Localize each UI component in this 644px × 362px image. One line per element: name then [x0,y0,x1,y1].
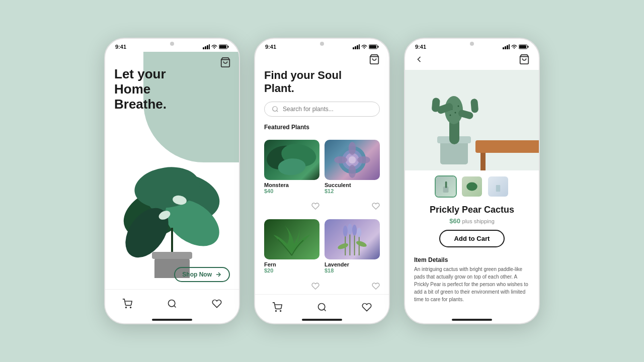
plant-card-lavender: Lavender $18 [325,219,380,294]
phone2-status-bar: 9:41 [255,39,389,52]
svg-rect-5 [228,46,229,48]
monstera-image [264,140,319,180]
phone1-status-bar: 9:41 [105,39,239,52]
svg-point-53 [355,240,367,248]
svg-rect-66 [405,70,539,170]
svg-rect-85 [496,185,500,192]
phone1-bottom-nav [105,289,239,323]
lavender-price: $18 [325,267,349,274]
wifi-icon [211,44,217,49]
nav2-heart-button[interactable] [357,297,377,317]
fern-price: $20 [264,267,276,274]
thumb-3[interactable] [487,175,509,198]
svg-point-56 [318,303,325,310]
monstera-price: $40 [264,188,289,194]
svg-point-48 [343,226,348,237]
svg-rect-29 [369,45,376,48]
lavender-heart-button[interactable] [372,282,380,292]
svg-rect-6 [219,45,226,48]
monstera-name: Monstera [264,182,289,188]
signal-icon-3 [503,44,510,49]
svg-point-75 [458,106,459,107]
svg-rect-25 [357,45,358,49]
svg-rect-61 [509,44,510,49]
phone1-time: 9:41 [115,44,126,50]
back-button[interactable] [414,54,424,66]
svg-rect-28 [378,46,379,48]
phone1-shop-now-button[interactable]: Shop Now [174,267,230,282]
battery-icon [219,44,229,49]
phone1-cart-icon[interactable] [220,57,231,70]
succulent-heart-button[interactable] [372,202,380,212]
svg-rect-67 [475,140,539,153]
add-to-cart-button[interactable]: Add to Cart [439,230,505,247]
signal-icon [203,44,210,49]
wifi-icon-2 [361,44,367,49]
phone1-headline: Let your Home Breathe. [114,67,195,112]
nav2-cart-button[interactable] [267,297,287,317]
phone2-cart-icon[interactable] [264,54,380,67]
svg-rect-59 [505,46,506,49]
lavender-image [325,219,380,259]
svg-point-43 [357,156,370,163]
home-indicator-2 [302,319,342,321]
thumb-1[interactable] [435,175,457,198]
svg-rect-1 [205,46,206,49]
svg-rect-2 [207,45,208,49]
svg-point-50 [352,225,357,236]
svg-rect-26 [359,44,360,49]
phone3-cart-icon[interactable] [519,54,530,67]
lavender-name: Lavender [325,261,349,267]
fern-heart-button[interactable] [311,282,319,292]
phone3-product-info: Prickly Pear Cactus $60 plus shipping Ad… [405,203,539,252]
svg-line-57 [324,309,326,311]
battery-icon-2 [369,44,379,49]
phone3-nav [405,52,539,70]
svg-point-51 [357,228,361,237]
item-details-title: Item Details [414,256,530,263]
home-indicator-3 [452,319,492,321]
thumb-2[interactable] [461,175,483,198]
phone2-bottom-nav [255,294,389,323]
phone3-time: 9:41 [415,44,426,50]
nav-cart-button[interactable] [117,294,137,314]
item-details-text: An intriguing cactus with bright green p… [414,265,530,303]
plant-card-succulent: Succulent $12 [325,140,380,215]
svg-point-77 [450,115,451,116]
svg-rect-0 [203,47,204,49]
svg-rect-3 [209,44,210,49]
svg-point-39 [349,156,356,163]
phone2-time: 9:41 [265,44,276,50]
phone2-title: Find your Soul Plant. [264,69,380,96]
monstera-heart-button[interactable] [311,202,319,212]
phone3-product-name: Prickly Pear Cactus [414,205,530,215]
svg-point-20 [130,307,131,308]
svg-rect-58 [503,47,504,49]
succulent-name: Succulent [325,182,351,188]
phones-container: 9:41 [104,38,540,324]
svg-point-40 [349,142,356,155]
phone3-price-value: $60 [449,217,460,225]
search-input[interactable] [283,106,372,113]
phone3-product-price: $60 plus shipping [414,217,530,225]
nav-search-button[interactable] [162,294,182,314]
fern-image [264,219,319,259]
nav2-search-button[interactable] [312,297,332,317]
svg-rect-79 [432,98,440,112]
svg-point-52 [337,242,349,250]
svg-rect-24 [355,46,356,49]
svg-point-41 [349,165,356,178]
phone2-plant-grid: Monstera $40 [255,140,389,294]
nav-heart-button[interactable] [207,294,227,314]
phone-1: 9:41 [104,38,240,324]
plant-card-monstera: Monstera $40 [264,140,319,215]
phone2-search-bar[interactable] [264,102,380,117]
svg-rect-83 [445,182,447,188]
phone2-status-icons [353,44,379,49]
phone3-status-icons [503,44,529,49]
svg-point-54 [276,310,277,311]
phone-3: 9:41 [404,38,540,324]
signal-icon-2 [353,44,360,49]
svg-point-31 [273,107,277,111]
phone3-status-bar: 9:41 [405,39,539,52]
